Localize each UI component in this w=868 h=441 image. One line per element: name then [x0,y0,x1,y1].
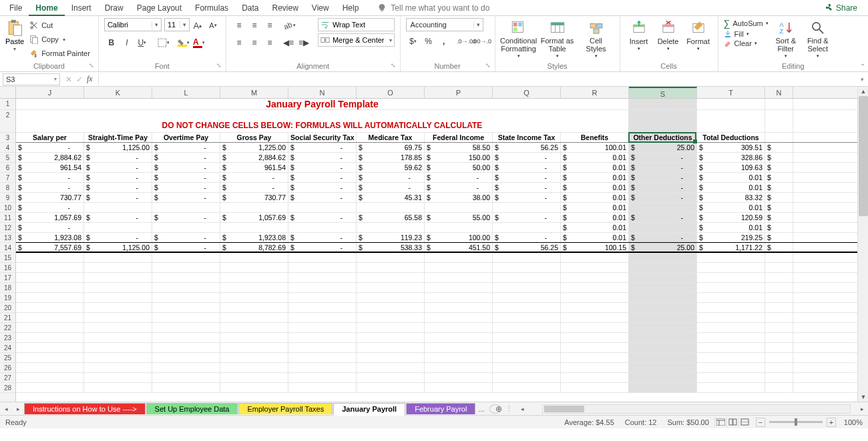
cells-area[interactable]: January Payroll TemplateDO NOT CHANGE CE… [16,99,857,402]
row-header-10[interactable]: 10 [0,203,15,213]
cell[interactable] [152,263,220,272]
cell[interactable] [493,343,561,352]
cell[interactable]: $100.00 [425,233,493,242]
cell[interactable] [288,203,357,212]
bold-button[interactable]: B [104,35,119,50]
cell[interactable]: $- [425,183,493,192]
cell[interactable]: $0.01 [561,203,629,212]
cell[interactable] [152,313,220,322]
cell[interactable]: $ [765,213,793,222]
cell[interactable]: State Income Tax [493,133,561,142]
cell[interactable] [84,293,152,302]
cell[interactable] [697,99,765,109]
cell[interactable] [765,313,793,322]
cell[interactable] [629,383,697,392]
cell[interactable]: $56.25 [493,143,561,152]
cell[interactable]: $730.77 [16,193,84,202]
cell[interactable] [425,293,493,302]
cell[interactable] [152,343,220,352]
row-header-27[interactable]: 27 [0,373,15,383]
cell[interactable] [561,253,629,262]
cell[interactable]: $119.23 [357,233,425,242]
cell[interactable] [561,363,629,372]
row-header-15[interactable]: 15 [0,253,15,263]
scroll-down-icon[interactable]: ▼ [858,392,868,402]
comma-button[interactable]: , [437,34,451,49]
expand-formula-icon[interactable]: ▾ [857,76,868,83]
cell[interactable] [220,283,288,292]
row-header-20[interactable]: 20 [0,303,15,313]
cell[interactable] [561,373,629,382]
cell[interactable]: $1,125.00 [84,243,152,252]
cell[interactable] [765,273,793,282]
cell[interactable] [288,273,357,282]
orientation-icon[interactable]: ab▾ [282,18,297,33]
cell[interactable] [493,283,561,292]
cell[interactable]: $ [765,233,793,242]
sheet-tab[interactable]: Employer Payroll Taxes [238,403,333,414]
col-header-K[interactable]: K [84,87,152,98]
decrease-indent-icon[interactable]: ◀≡ [281,35,296,50]
cell[interactable] [152,353,220,362]
cell[interactable]: Benefits [561,133,629,142]
cell[interactable] [357,303,425,312]
menu-tab-page-layout[interactable]: Page Layout [130,1,188,15]
align-right-icon[interactable]: ≡ [262,35,277,50]
cell[interactable]: $- [152,243,220,252]
cell[interactable] [425,323,493,332]
column-headers[interactable]: JKLMNOPQRSTN [16,87,857,99]
cell[interactable] [425,223,493,232]
cell[interactable]: $- [288,233,357,242]
cancel-icon[interactable]: ✕ [65,75,72,84]
cell[interactable]: $2,884.62 [220,153,288,162]
new-sheet-button[interactable]: ⊕ [489,404,501,414]
cell[interactable] [425,333,493,342]
cell[interactable]: Overtime Pay [152,133,220,142]
cell[interactable] [16,293,84,302]
cell[interactable] [561,383,629,392]
cell[interactable] [220,303,288,312]
cell[interactable] [288,383,357,392]
align-middle-icon[interactable]: ≡ [247,18,262,33]
cell[interactable]: $- [152,173,220,182]
col-header-L[interactable]: L [152,87,220,98]
page-break-view-icon[interactable] [738,417,750,428]
cell[interactable]: $0.01 [561,153,629,162]
cell[interactable] [152,223,220,232]
cell[interactable]: $58.50 [425,143,493,152]
cell[interactable] [425,263,493,272]
cell[interactable]: $ [765,203,793,212]
autosum-button[interactable]: ∑AutoSum▾ [724,18,769,29]
cell[interactable] [152,203,220,212]
cell[interactable]: $309.51 [697,143,765,152]
cell[interactable] [220,263,288,272]
row-header-23[interactable]: 23 [0,333,15,343]
cell[interactable] [288,303,357,312]
cell[interactable]: $- [629,193,697,202]
cell[interactable]: $100.15 [561,243,629,252]
row-header-21[interactable]: 21 [0,313,15,323]
cell[interactable] [629,373,697,382]
cell[interactable] [765,363,793,372]
cell[interactable] [561,333,629,342]
cell[interactable] [425,373,493,382]
cell[interactable]: $0.01 [561,173,629,182]
copy-button[interactable]: Copy▾ [27,33,68,45]
cell[interactable]: $- [425,173,493,182]
cell[interactable] [288,313,357,322]
cell[interactable] [84,303,152,312]
cell[interactable]: $- [629,183,697,192]
row-header-14[interactable]: 14 [0,243,15,253]
cell[interactable] [561,273,629,282]
chevron-down-icon[interactable]: ▾ [180,21,189,28]
cell[interactable] [765,99,793,109]
formula-input[interactable] [99,73,857,85]
cell[interactable]: $- [16,203,84,212]
decrease-font-icon[interactable]: A▾ [206,18,220,33]
clear-button[interactable]: Clear▾ [724,39,769,47]
cell[interactable] [765,383,793,392]
zoom-slider[interactable] [769,421,823,423]
select-all-corner[interactable] [0,87,16,99]
cell[interactable] [357,343,425,352]
cell[interactable] [357,293,425,302]
